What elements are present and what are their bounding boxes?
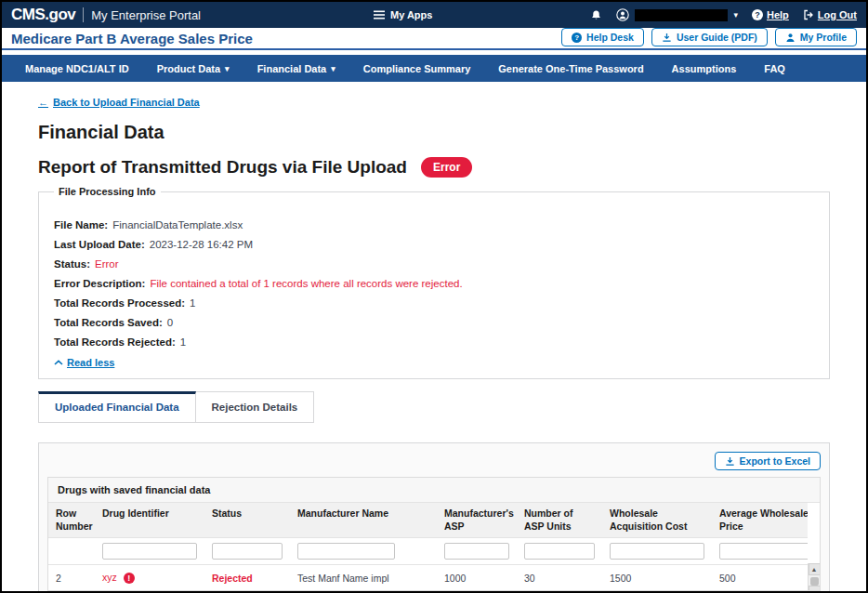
scroll-thumb[interactable] xyxy=(810,577,819,586)
nav-label: Financial Data xyxy=(257,63,327,74)
nav-manage-ndc1-alt-id[interactable]: Manage NDC1/ALT ID xyxy=(11,63,143,74)
nav-label: Manage NDC1/ALT ID xyxy=(25,63,129,74)
table-caption: Drugs with saved financial data xyxy=(48,478,820,503)
col-drug-identifier: Drug Identifier xyxy=(95,503,204,538)
records-rejected-field: Total Records Rejected:1 xyxy=(54,333,814,352)
filter-awp-input[interactable] xyxy=(719,543,808,560)
app-bar-buttons: ? Help Desk User Guide (PDF) My Profile xyxy=(561,28,857,46)
drug-identifier-value: xyz xyxy=(102,572,117,583)
field-value: 2023-12-28 16:42 PM xyxy=(150,239,253,250)
back-link[interactable]: ← Back to Upload Financial Data xyxy=(38,97,200,108)
filter-asp-units-input[interactable] xyxy=(524,543,595,560)
financial-data-table: Row Number Drug Identifier Status Manufa… xyxy=(48,503,808,590)
help-label: Help xyxy=(767,9,789,20)
error-description-field: Error Description:File contained a total… xyxy=(54,274,814,294)
question-icon: ? xyxy=(752,9,763,20)
export-label: Export to Excel xyxy=(740,455,810,467)
person-icon xyxy=(785,33,796,43)
user-guide-label: User Guide (PDF) xyxy=(677,32,757,43)
upload-date-field: Last Upload Date:2023-12-28 16:42 PM xyxy=(54,235,814,255)
read-less-link[interactable]: Read less xyxy=(54,357,114,368)
filter-manufacturers-asp-input[interactable] xyxy=(444,543,509,560)
portal-name: My Enterprise Portal xyxy=(91,8,201,22)
filter-status-input[interactable] xyxy=(212,543,283,560)
left-arrow-icon: ← xyxy=(38,97,48,108)
field-label: Last Upload Date: xyxy=(54,239,145,250)
field-value: 0 xyxy=(167,317,173,328)
export-to-excel-button[interactable]: Export to Excel xyxy=(715,452,821,470)
cell-drug-identifier: xyz! xyxy=(95,565,204,591)
col-asp-units: Number of ASP Units xyxy=(517,503,602,538)
section-title: Report of Transmitted Drugs via File Upl… xyxy=(38,157,407,178)
my-profile-button[interactable]: My Profile xyxy=(775,28,857,46)
user-menu[interactable]: ▾ xyxy=(616,8,738,21)
filter-manufacturer-name-input[interactable] xyxy=(297,543,395,560)
nav-assumptions[interactable]: Assumptions xyxy=(658,63,751,74)
chevron-down-icon: ▾ xyxy=(733,11,738,20)
panel-toolbar: Export to Excel xyxy=(47,452,821,470)
cms-logo[interactable]: CMS.gov xyxy=(11,6,75,24)
logout-link[interactable]: Log Out xyxy=(803,9,857,20)
field-label: Total Records Saved: xyxy=(54,317,163,328)
topbar-right: ▾ ? Help Log Out xyxy=(590,8,857,21)
records-saved-field: Total Records Saved:0 xyxy=(54,313,814,333)
cell-awp: 500 xyxy=(712,565,808,591)
user-guide-button[interactable]: User Guide (PDF) xyxy=(651,28,768,46)
filter-empty xyxy=(48,538,95,565)
scroll-up-button[interactable]: ▲ xyxy=(809,563,821,575)
table-row: 2 xyz! Rejected Test Manf Name impl 1000… xyxy=(48,565,808,591)
records-processed-field: Total Records Processed:1 xyxy=(54,294,814,313)
file-processing-info: File Processing Info File Name:Financial… xyxy=(38,186,830,379)
filter-wac-input[interactable] xyxy=(610,543,704,560)
tab-rejection-details[interactable]: Rejection Details xyxy=(196,391,315,423)
my-apps-menu[interactable]: My Apps xyxy=(374,9,432,20)
col-manufacturer-name: Manufacturer Name xyxy=(290,503,437,538)
col-status: Status xyxy=(204,503,290,538)
nav-financial-data[interactable]: Financial Data▾ xyxy=(243,63,349,74)
table-scroll-area: Row Number Drug Identifier Status Manufa… xyxy=(48,503,808,590)
notifications-bell-icon[interactable] xyxy=(590,9,602,21)
field-label: Total Records Rejected: xyxy=(54,336,176,348)
read-less-label: Read less xyxy=(67,357,114,368)
username-redacted xyxy=(635,9,728,21)
chevron-down-icon: ▾ xyxy=(331,64,335,73)
topbar: CMS.gov My Enterprise Portal My Apps ▾ ? xyxy=(2,2,866,28)
table-vertical-scrollbar[interactable]: ▲ ▼ xyxy=(808,563,820,590)
field-value: FinancialDataTemplate.xlsx xyxy=(112,219,243,231)
cell-manufacturers-asp: 1000 xyxy=(437,565,517,591)
cell-wac: 1500 xyxy=(602,565,712,591)
nav-label: Assumptions xyxy=(672,63,737,74)
field-value: Error xyxy=(95,258,119,270)
app-bar: Medicare Part B Average Sales Price ? He… xyxy=(2,28,866,50)
filter-row xyxy=(48,538,808,565)
scroll-down-button[interactable]: ▼ xyxy=(809,586,821,591)
logout-icon xyxy=(803,9,814,20)
cell-status: Rejected xyxy=(204,565,290,591)
help-desk-label: Help Desk xyxy=(586,32,634,43)
nav-generate-otp[interactable]: Generate One-Time Password xyxy=(484,63,657,74)
tab-uploaded-financial-data[interactable]: Uploaded Financial Data xyxy=(38,391,196,423)
filter-drug-identifier-input[interactable] xyxy=(102,543,197,560)
nav-product-data[interactable]: Product Data▾ xyxy=(143,63,243,74)
tabs: Uploaded Financial Data Rejection Detail… xyxy=(38,391,830,423)
field-value: 1 xyxy=(190,297,195,309)
back-link-label: Back to Upload Financial Data xyxy=(53,97,200,108)
main-nav: Manage NDC1/ALT ID Product Data▾ Financi… xyxy=(2,55,866,82)
help-link[interactable]: ? Help xyxy=(752,9,789,20)
nav-faq[interactable]: FAQ xyxy=(750,63,799,74)
chevron-up-icon xyxy=(54,360,63,365)
cell-row-number: 2 xyxy=(48,565,95,591)
nav-label: Generate One-Time Password xyxy=(498,63,643,74)
page: CMS.gov My Enterprise Portal My Apps ▾ ? xyxy=(0,0,868,593)
help-desk-button[interactable]: ? Help Desk xyxy=(561,28,644,46)
file-name-field: File Name:FinancialDataTemplate.xlsx xyxy=(54,216,814,235)
field-label: Error Description: xyxy=(54,278,145,289)
brand-divider xyxy=(83,7,84,22)
file-info-legend: File Processing Info xyxy=(54,186,161,197)
download-icon xyxy=(662,33,672,43)
nav-compliance-summary[interactable]: Compliance Summary xyxy=(349,63,485,74)
col-manufacturers-asp: Manufacturer's ASP xyxy=(437,503,517,538)
nav-label: FAQ xyxy=(764,63,785,74)
error-exclamation-icon[interactable]: ! xyxy=(124,573,135,584)
field-value: 1 xyxy=(180,336,186,348)
